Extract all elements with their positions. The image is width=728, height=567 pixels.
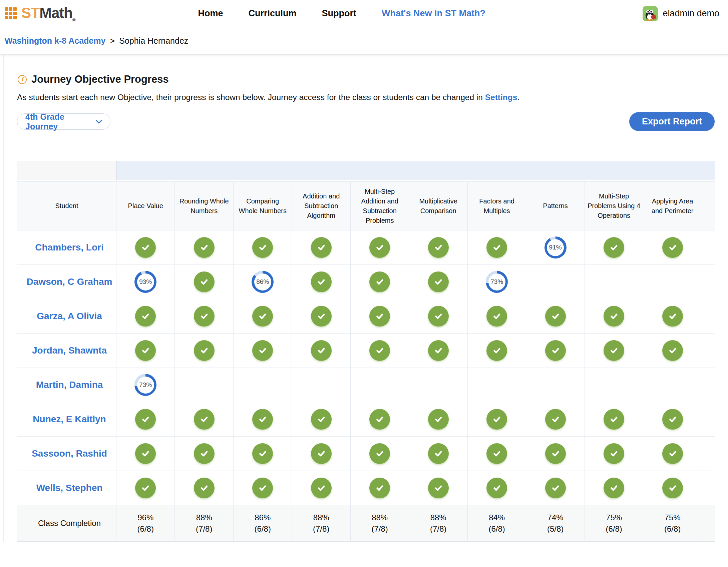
column-header-objective: Multi-Step Problems Using 4 Operations xyxy=(585,181,643,230)
student-link[interactable]: Martin, Damina xyxy=(36,380,103,390)
completed-check-icon xyxy=(428,340,449,361)
completed-check-icon xyxy=(428,306,449,327)
progress-ring-value: 91% xyxy=(547,239,564,256)
table-row: Chambers, Lori91% xyxy=(17,230,715,265)
objective-cell xyxy=(175,334,233,368)
completed-check-icon xyxy=(311,409,332,430)
objective-cell xyxy=(292,230,350,265)
nav-home[interactable]: Home xyxy=(198,8,223,19)
objective-cell xyxy=(175,368,233,402)
objective-cell xyxy=(292,471,350,505)
objective-cell xyxy=(409,265,467,299)
progress-ring-value: 93% xyxy=(137,273,154,291)
objective-cell xyxy=(351,471,409,505)
completed-check-icon xyxy=(135,478,156,498)
column-header-objective: Multiplicative Comparison xyxy=(409,181,467,230)
user-menu[interactable]: eladmin demo xyxy=(643,6,719,21)
student-link[interactable]: Wells, Stephen xyxy=(36,483,103,493)
completed-check-icon xyxy=(194,409,215,430)
student-link[interactable]: Sassoon, Rashid xyxy=(32,448,107,459)
completed-check-icon xyxy=(194,306,215,327)
student-link[interactable]: Nunez, E Kaitlyn xyxy=(33,414,106,424)
objective-cell xyxy=(409,402,467,437)
objective-cell xyxy=(585,299,643,334)
completed-check-icon xyxy=(194,271,215,292)
objective-cell xyxy=(643,437,702,471)
journey-select-dropdown[interactable]: 4th Grade Journey xyxy=(17,113,110,130)
extra-cell xyxy=(702,265,715,299)
student-name-cell: Jordan, Shawnta xyxy=(17,334,116,368)
objective-cell xyxy=(526,265,585,299)
column-header-objective: Multi-Step Addition and Subtraction Prob… xyxy=(351,181,409,230)
progress-ring: 91% xyxy=(544,236,567,258)
class-completion-value: 88%(7/8) xyxy=(409,505,467,542)
objective-cell xyxy=(175,299,233,334)
breadcrumb-current: Sophia Hernandez xyxy=(119,36,188,46)
completed-check-icon xyxy=(662,409,683,430)
student-link[interactable]: Chambers, Lori xyxy=(35,242,103,252)
objective-cell xyxy=(175,402,233,437)
completed-check-icon xyxy=(194,443,215,464)
completed-check-icon xyxy=(194,340,215,361)
student-link[interactable]: Dawson, C Graham xyxy=(27,276,112,287)
objective-cell xyxy=(526,299,585,334)
objective-cell xyxy=(526,437,585,471)
completed-check-icon xyxy=(662,340,683,361)
objective-cell xyxy=(643,265,702,299)
completed-check-icon xyxy=(311,478,332,498)
breadcrumb: Washington k-8 Academy > Sophia Hernande… xyxy=(0,27,728,55)
student-name-cell: Dawson, C Graham xyxy=(17,265,116,299)
extra-cell xyxy=(702,368,715,402)
progress-ring: 93% xyxy=(134,271,156,293)
breadcrumb-school-link[interactable]: Washington k-8 Academy xyxy=(5,36,105,46)
completed-check-icon xyxy=(252,443,273,464)
column-header-objective: Addition and Subtraction Algorithm xyxy=(292,181,350,230)
info-icon[interactable]: i xyxy=(18,75,27,84)
objective-cell xyxy=(116,230,175,265)
objective-cell xyxy=(234,334,292,368)
objective-cell xyxy=(585,471,643,505)
objective-cell xyxy=(468,334,526,368)
completed-check-icon xyxy=(604,409,624,430)
nav-curriculum[interactable]: Curriculum xyxy=(249,8,297,19)
completed-check-icon xyxy=(135,237,156,258)
objective-cell xyxy=(468,299,526,334)
objective-cell xyxy=(175,437,233,471)
completed-check-icon xyxy=(369,443,390,464)
class-completion-row: Class Completion96%(6/8)88%(7/8)86%(6/8)… xyxy=(17,505,715,542)
student-name-cell: Nunez, E Kaitlyn xyxy=(17,402,116,437)
class-completion-value: 88%(7/8) xyxy=(351,505,409,542)
nav-whats-new[interactable]: What's New in ST Math? xyxy=(382,8,485,19)
class-completion-value: 96%(6/8) xyxy=(116,505,175,542)
completed-check-icon xyxy=(662,478,683,498)
stmath-logo[interactable]: STMath® xyxy=(5,5,75,22)
objective-cell xyxy=(409,334,467,368)
student-link[interactable]: Garza, A Olivia xyxy=(37,311,102,321)
objective-cell xyxy=(116,471,175,505)
completed-check-icon xyxy=(486,237,507,258)
completed-check-icon xyxy=(486,443,507,464)
column-header-objective: Rounding Whole Numbers xyxy=(175,181,233,230)
chevron-down-icon xyxy=(95,119,103,124)
settings-link[interactable]: Settings xyxy=(485,93,517,102)
objective-cell xyxy=(292,334,350,368)
objective-cell xyxy=(643,402,702,437)
column-header-extra xyxy=(702,181,715,230)
extra-cell xyxy=(702,505,715,542)
column-header-objective: Factors and Multiples xyxy=(468,181,526,230)
objective-cell xyxy=(116,437,175,471)
student-name-cell: Chambers, Lori xyxy=(17,230,116,265)
objective-cell xyxy=(234,299,292,334)
completed-check-icon xyxy=(604,478,624,498)
export-report-button[interactable]: Export Report xyxy=(629,112,715,131)
objective-cell xyxy=(292,437,350,471)
objective-cell xyxy=(234,402,292,437)
objective-cell xyxy=(585,230,643,265)
student-link[interactable]: Jordan, Shawnta xyxy=(32,345,107,356)
objective-cell xyxy=(409,230,467,265)
band-corner-cell xyxy=(17,161,116,181)
column-header-student: Student xyxy=(17,181,116,230)
completed-check-icon xyxy=(135,409,156,430)
table-row: Wells, Stephen xyxy=(17,471,715,505)
nav-support[interactable]: Support xyxy=(322,8,356,19)
